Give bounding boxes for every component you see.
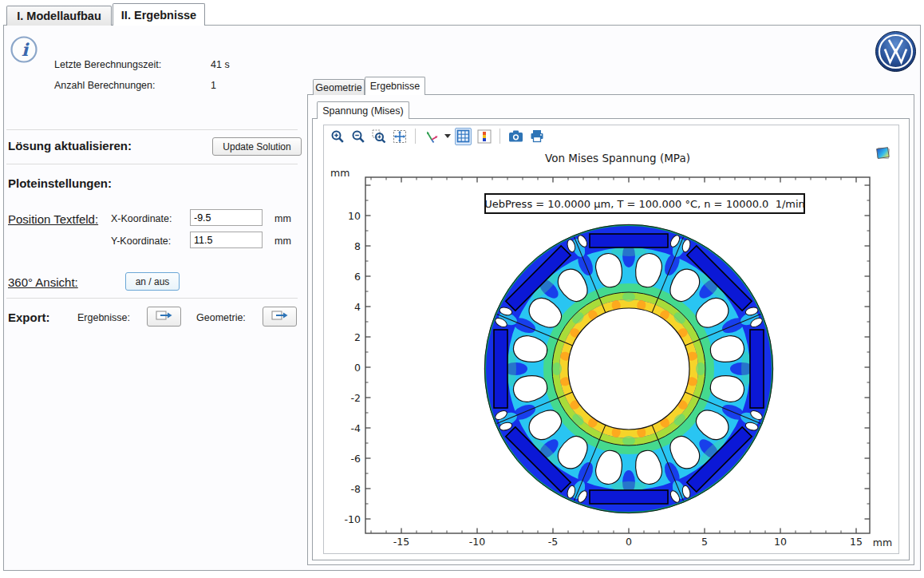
tab-modellaufbau[interactable]: I. Modellaufbau xyxy=(6,6,112,26)
svg-text:-10: -10 xyxy=(345,513,361,525)
last-calc-label: Letzte Berechnungszeit: xyxy=(54,59,161,70)
y-coordinate-label: Y-Koordinate: xyxy=(111,236,171,247)
axis-orientation-dropdown[interactable] xyxy=(444,134,451,138)
toggle-360-label: an / aus xyxy=(136,276,170,287)
toolbar-separator xyxy=(415,129,416,144)
svg-text:-5: -5 xyxy=(548,536,558,548)
export-results-label: Ergebnisse: xyxy=(77,312,130,323)
view-360-label: 360° Ansicht: xyxy=(8,275,78,289)
calc-count-label: Anzahl Berechnungen: xyxy=(54,80,155,91)
viewer-tab-geometrie[interactable]: Geometrie xyxy=(313,79,365,95)
y-unit-label: mm xyxy=(274,236,291,247)
svg-text:8: 8 xyxy=(354,240,361,252)
zoom-in-icon[interactable] xyxy=(329,128,346,145)
viewer-tab-geometrie-label: Geometrie xyxy=(315,82,361,93)
svg-text:-8: -8 xyxy=(351,483,361,495)
plot-title: Von Mises Spannung (MPa) xyxy=(545,152,690,164)
x-coordinate-label: X-Koordinate: xyxy=(111,213,172,224)
rotor-stress-plot xyxy=(484,224,772,513)
svg-text:6: 6 xyxy=(354,271,361,283)
svg-text:4: 4 xyxy=(354,301,361,313)
svg-text:15: 15 xyxy=(850,536,863,548)
svg-text:-10: -10 xyxy=(469,536,485,548)
plot-settings-heading: Ploteinstellungen: xyxy=(8,176,112,190)
position-textfeld-label: Position Textfeld: xyxy=(8,212,98,226)
svg-text:-15: -15 xyxy=(393,536,409,548)
update-solution-button[interactable]: Update Solution xyxy=(212,137,302,156)
separator xyxy=(6,129,298,130)
zoom-extents-icon[interactable] xyxy=(391,128,408,145)
svg-text:5: 5 xyxy=(701,536,708,548)
vw-logo xyxy=(875,30,917,76)
zoom-selection-icon[interactable] xyxy=(370,128,387,145)
axis-orientation-icon[interactable] xyxy=(423,128,440,145)
svg-text:0: 0 xyxy=(626,536,632,548)
separator xyxy=(6,164,298,164)
annotation-text: UebPress = 10.0000 µm, T = 100.000 °C, n… xyxy=(484,198,805,210)
separator xyxy=(6,298,298,299)
svg-text:2: 2 xyxy=(354,331,361,343)
plot-tab-label: Spannung (Mises) xyxy=(322,105,403,117)
calc-count-value: 1 xyxy=(211,80,216,91)
show-color-legend-icon[interactable] xyxy=(476,128,492,145)
plot-canvas[interactable]: Von Mises Spannung (MPa) mm -15-10-50510… xyxy=(324,147,898,553)
svg-text:0: 0 xyxy=(354,362,361,374)
toggle-360-button[interactable]: an / aus xyxy=(125,272,180,291)
export-arrow-icon xyxy=(156,310,173,323)
solution-heading: Lösung aktualisieren: xyxy=(8,139,132,152)
export-geometry-button[interactable] xyxy=(263,307,297,327)
last-calc-value: 41 s xyxy=(211,59,230,70)
update-solution-label: Update Solution xyxy=(223,141,290,152)
svg-text:-6: -6 xyxy=(351,453,361,465)
tab-ergebnisse[interactable]: II. Ergebnisse xyxy=(113,3,205,26)
x-unit-label: mm xyxy=(274,213,291,224)
tab-modellaufbau-label: I. Modellaufbau xyxy=(17,10,101,22)
svg-text:10: 10 xyxy=(774,536,787,548)
x-coordinate-input[interactable] xyxy=(190,209,263,226)
viewer-tab-ergebnisse[interactable]: Ergebnisse xyxy=(365,77,425,95)
tab-ergebnisse-label: II. Ergebnisse xyxy=(121,9,196,22)
show-grid-icon[interactable] xyxy=(455,128,472,145)
plot-tab-spannung-mises[interactable]: Spannung (Mises) xyxy=(317,101,409,119)
export-geometry-label: Geometrie: xyxy=(196,312,246,323)
export-arrow-icon xyxy=(271,310,289,323)
svg-text:-4: -4 xyxy=(351,422,361,434)
y-axis-unit: mm xyxy=(330,167,349,179)
svg-text:10: 10 xyxy=(348,210,361,222)
print-icon[interactable] xyxy=(528,128,545,145)
viewer-tab-ergebnisse-label: Ergebnisse xyxy=(370,81,421,92)
x-axis-unit: mm xyxy=(873,536,892,548)
toolbar-separator xyxy=(500,129,500,144)
y-coordinate-input[interactable] xyxy=(190,232,263,248)
export-heading: Export: xyxy=(8,311,50,324)
zoom-out-icon[interactable] xyxy=(349,128,366,145)
screenshot-icon[interactable] xyxy=(507,128,524,145)
svg-text:-2: -2 xyxy=(351,392,361,404)
export-results-button[interactable] xyxy=(147,307,181,327)
graphics-toolbar xyxy=(329,126,545,146)
info-icon: i xyxy=(10,35,38,64)
